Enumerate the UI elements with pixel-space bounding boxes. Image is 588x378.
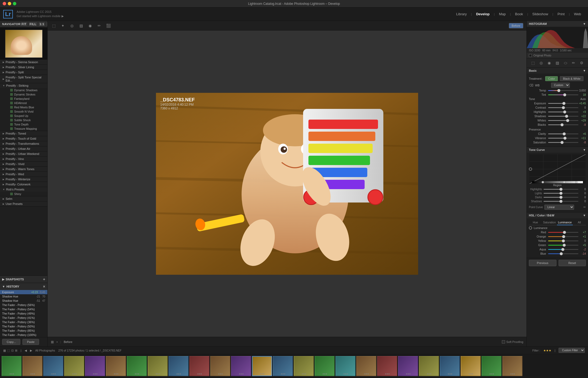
history-item[interactable]: The Fader - Pottery (36%) <box>0 320 47 324</box>
preset-item-hdalmost[interactable]: HDAlmost <box>0 101 47 105</box>
preset-group-header[interactable]: ▼ Rob's Presets <box>0 187 47 192</box>
1to1-button[interactable]: 1:1 <box>39 22 45 26</box>
contrast-slider-thumb[interactable] <box>562 106 565 109</box>
shadows-slider-thumb[interactable] <box>565 115 568 118</box>
saturation-slider[interactable] <box>548 142 578 143</box>
clarity-slider[interactable] <box>548 133 578 134</box>
temp-slider[interactable] <box>548 90 578 91</box>
film-thumb[interactable]: ★★★ <box>231 356 251 376</box>
window-controls[interactable] <box>3 2 16 5</box>
tab-saturation[interactable]: Saturation <box>542 220 557 225</box>
blacks-slider[interactable] <box>548 124 578 125</box>
tab-all[interactable]: All <box>573 220 586 225</box>
crop-tool[interactable]: ⬚ <box>51 23 57 29</box>
tab-library[interactable]: Library <box>452 11 471 17</box>
film-thumb[interactable]: ★★★ <box>85 356 105 376</box>
history-item[interactable]: The Fader - Pottery (41%) <box>0 316 47 320</box>
preset-group-header[interactable]: ▼ Presitfy - Striking <box>0 83 47 88</box>
prev-photo-button[interactable]: ◀ <box>25 349 27 352</box>
loupe-icon[interactable]: ⬚ <box>7 349 10 352</box>
history-item[interactable]: The Fader - Pottery (56%) <box>0 303 47 307</box>
preset-group-header[interactable]: ▶ Presitfy - Silver Lining <box>0 65 47 70</box>
aqua-lum-slider[interactable] <box>548 249 578 250</box>
history-item[interactable]: The Fader - Pottery (100%) <box>0 333 47 337</box>
orange-lum-slider[interactable] <box>548 236 578 237</box>
red-lum-slider[interactable] <box>548 232 578 233</box>
previous-button[interactable]: Previous <box>529 260 556 266</box>
gradient-tool[interactable]: ▨ <box>78 23 84 29</box>
tab-develop[interactable]: Develop <box>472 11 494 17</box>
preset-item-shiny[interactable]: Shiny <box>0 192 47 196</box>
loupe-view-icon[interactable]: ▪ <box>56 340 58 344</box>
survey-icon[interactable]: ⊞ <box>15 349 17 352</box>
close-history-button[interactable]: × <box>43 284 45 289</box>
green-lum-slider[interactable] <box>548 245 578 246</box>
blacks-slider-thumb[interactable] <box>560 123 563 126</box>
preset-group-header[interactable]: ▶ Presitfy - Split <box>0 70 47 75</box>
highlights-slider[interactable] <box>548 112 578 112</box>
compare-icon[interactable]: ⊡ <box>11 349 14 352</box>
clarity-slider-thumb[interactable] <box>563 132 566 135</box>
tint-slider[interactable] <box>548 94 578 95</box>
exposure-slider[interactable] <box>548 103 578 104</box>
brush-tool[interactable]: ✏ <box>96 23 102 29</box>
adjustment-brush-tool[interactable]: ✏ <box>571 60 576 66</box>
preset-item-red-meets-blue[interactable]: Red Meets Blue <box>0 105 47 109</box>
radial-tool[interactable]: ◉ <box>87 23 93 29</box>
film-thumb[interactable]: ★★★ <box>419 356 439 376</box>
tc-darks-slider[interactable] <box>544 197 578 198</box>
preset-group-header[interactable]: ▶ Presitfy - Vino <box>0 156 47 161</box>
soft-proofing-toggle[interactable]: Soft Proofing <box>502 340 523 343</box>
close-button[interactable] <box>3 2 6 5</box>
tab-luminance[interactable]: Luminance <box>557 220 573 225</box>
tint-slider-thumb[interactable] <box>563 93 566 96</box>
film-thumb[interactable]: ★★★ <box>148 356 168 376</box>
hsl-section-header[interactable]: HSL / Color / B&W ▼ <box>527 212 588 218</box>
preset-group-header[interactable]: ▶ Presitfy - Toned <box>0 131 47 136</box>
film-thumb[interactable]: ★★★ <box>482 356 502 376</box>
eyedropper-icon[interactable]: ⌫ <box>529 83 533 87</box>
range-mask-tool[interactable]: ⬛ <box>105 23 111 29</box>
heal-tool[interactable]: ✦ <box>60 23 66 29</box>
preset-item-fantasyland[interactable]: Fantasyland <box>0 97 47 101</box>
histogram-header[interactable]: Histogram ▼ <box>527 21 588 27</box>
maximize-button[interactable] <box>13 2 16 5</box>
basic-section-header[interactable]: Basic ▼ <box>527 68 588 74</box>
film-thumb[interactable]: ★★★ <box>189 356 209 376</box>
preset-item-subtle-shock[interactable]: Subtle Shock <box>0 118 47 122</box>
crop-overlay-tool[interactable]: ⬚ <box>530 60 536 66</box>
grid-view-icon[interactable]: ▦ <box>51 340 54 344</box>
film-thumb[interactable]: ★★★ <box>210 356 230 376</box>
original-photo-checkbox[interactable] <box>529 54 532 57</box>
minimize-button[interactable] <box>8 2 11 5</box>
spot-removal-tool[interactable]: ◎ <box>538 60 544 66</box>
tab-web[interactable]: Web <box>570 11 585 17</box>
tab-slideshow[interactable]: Slideshow <box>529 11 552 17</box>
film-thumb[interactable]: ★★★ <box>64 356 84 376</box>
highlights-slider-thumb[interactable] <box>563 110 566 113</box>
film-thumb[interactable]: ★★★ <box>127 356 147 376</box>
snapshots-header[interactable]: ▶ Snapshots + <box>0 276 47 283</box>
navigator-header[interactable]: Navigator FIT FILL 1:1 1:2 <box>0 21 47 28</box>
history-header[interactable]: ▼ History × <box>0 283 47 290</box>
film-thumb[interactable]: ★★★ <box>273 356 293 376</box>
copy-button[interactable]: Copy... <box>2 339 20 345</box>
saturation-slider-thumb[interactable] <box>560 141 563 144</box>
film-thumb[interactable]: ★★★ <box>502 356 522 376</box>
color-treatment-button[interactable]: Color <box>545 76 558 81</box>
grid-icon[interactable]: ▦ <box>3 349 6 352</box>
tab-hue[interactable]: Hue <box>529 220 542 225</box>
point-curve-dropdown[interactable]: Linear Medium Contrast Strong Contrast <box>544 205 574 210</box>
preset-group-header[interactable]: ▶ User Presets <box>0 201 47 206</box>
film-thumb[interactable]: ★★★ <box>461 356 481 376</box>
reset-button[interactable]: Reset <box>559 260 586 266</box>
film-thumb[interactable]: ★★★ <box>335 356 356 376</box>
film-thumb[interactable]: ★★★ <box>43 356 63 376</box>
temp-slider-thumb[interactable] <box>557 89 560 92</box>
preset-item-dynamic-shadows[interactable]: Dynamic Shadows <box>0 88 47 92</box>
add-snapshot-button[interactable]: + <box>43 277 45 281</box>
preset-group-header[interactable]: ▶ Presitfy - Wed <box>0 172 47 177</box>
tc-highlights-slider[interactable] <box>544 189 578 190</box>
preset-item-dynamic-strokes[interactable]: Dynamic Strokes <box>0 92 47 97</box>
fill-button[interactable]: FILL <box>29 22 37 26</box>
